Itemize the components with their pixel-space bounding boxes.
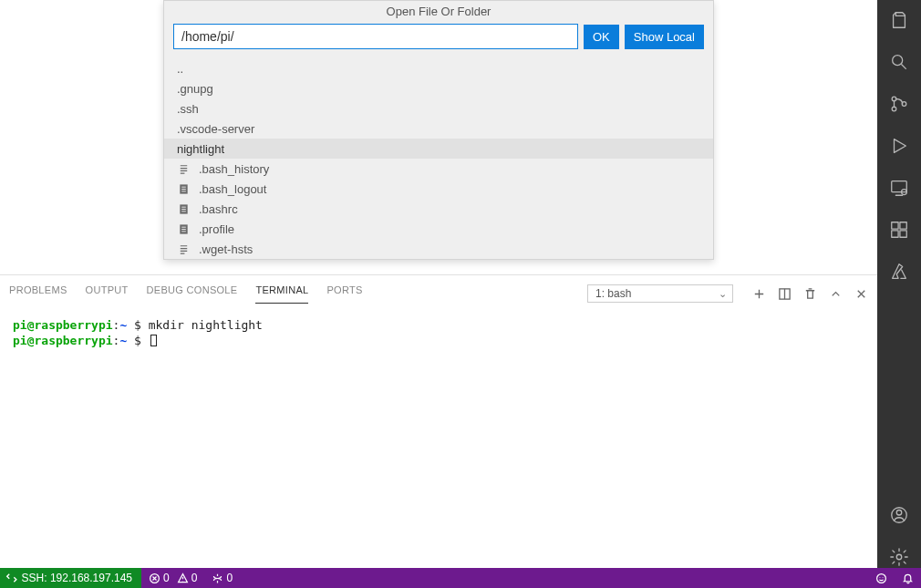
svg-point-16 — [896, 554, 902, 560]
status-bar: SSH: 192.168.197.145 0 0 0 — [0, 568, 921, 588]
terminal-selector-label: 1: bash — [595, 287, 631, 300]
list-item-folder[interactable]: .. — [164, 58, 713, 78]
file-icon — [177, 203, 190, 215]
svg-rect-12 — [892, 231, 898, 237]
svg-rect-10 — [892, 222, 898, 229]
tab-problems[interactable]: PROBLEMS — [9, 284, 67, 304]
remote-status[interactable]: SSH: 192.168.197.145 — [0, 568, 141, 588]
list-item-folder[interactable]: nightlight — [164, 139, 713, 159]
tab-ports[interactable]: PORTS — [326, 284, 362, 304]
file-icon — [177, 243, 190, 255]
file-icon — [177, 223, 190, 235]
kill-terminal-button[interactable] — [802, 286, 817, 301]
terminal-output[interactable]: pi@raspberrypi:~ $ mkdir nightlightpi@ra… — [0, 306, 877, 568]
search-icon[interactable] — [888, 51, 910, 73]
dialog-title: Open File Or Folder — [164, 1, 713, 24]
accounts-icon[interactable] — [888, 504, 910, 526]
svg-rect-13 — [900, 231, 906, 237]
close-panel-button[interactable] — [854, 286, 868, 301]
file-icon — [177, 183, 190, 195]
list-item-file[interactable]: .bash_logout — [164, 179, 713, 199]
svg-rect-8 — [892, 181, 907, 192]
status-feedback-icon[interactable] — [868, 568, 895, 588]
terminal-selector[interactable]: 1: bash ⌄ — [587, 284, 733, 303]
status-warnings[interactable]: 0 — [177, 568, 205, 588]
list-item-folder[interactable]: .gnupg — [164, 78, 713, 98]
status-ports[interactable]: 0 — [204, 568, 240, 588]
list-item-folder[interactable]: .vscode-server — [164, 119, 713, 139]
explorer-icon[interactable] — [888, 9, 910, 31]
azure-icon[interactable] — [888, 261, 910, 283]
maximize-panel-button[interactable] — [828, 286, 843, 301]
open-file-dialog: Open File Or Folder OK Show Local ...gnu… — [163, 0, 714, 260]
show-local-button[interactable]: Show Local — [625, 25, 704, 49]
ok-button[interactable]: OK — [584, 25, 619, 49]
svg-point-18 — [877, 573, 886, 583]
split-terminal-button[interactable] — [777, 286, 792, 301]
source-control-icon[interactable] — [888, 93, 910, 115]
new-terminal-button[interactable] — [751, 286, 766, 301]
svg-point-4 — [893, 56, 903, 66]
svg-rect-11 — [900, 222, 906, 229]
list-item-folder[interactable]: .ssh — [164, 98, 713, 119]
tab-debug-console[interactable]: DEBUG CONSOLE — [147, 284, 238, 304]
file-list: ...gnupg.ssh.vscode-servernightlight.bas… — [164, 58, 713, 259]
run-debug-icon[interactable] — [888, 135, 910, 157]
status-errors[interactable]: 0 — [141, 568, 177, 588]
list-item-file[interactable]: .bash_history — [164, 159, 713, 179]
status-bell-icon[interactable] — [895, 568, 921, 588]
extensions-icon[interactable] — [888, 219, 910, 241]
bottom-panel: PROBLEMS OUTPUT DEBUG CONSOLE TERMINAL P… — [0, 274, 877, 568]
list-item-file[interactable]: .wget-hsts — [164, 239, 713, 259]
svg-point-15 — [896, 511, 902, 516]
activity-bar — [877, 0, 921, 568]
terminal-cursor — [150, 335, 157, 346]
list-item-file[interactable]: .bashrc — [164, 199, 713, 219]
chevron-down-icon: ⌄ — [719, 288, 727, 300]
remote-status-label: SSH: 192.168.197.145 — [22, 572, 132, 584]
remote-explorer-icon[interactable] — [888, 177, 910, 199]
tab-output[interactable]: OUTPUT — [86, 284, 129, 304]
path-input[interactable] — [173, 24, 578, 49]
list-item-file[interactable]: .profile — [164, 219, 713, 239]
file-icon — [177, 163, 190, 175]
settings-gear-icon[interactable] — [888, 546, 910, 568]
tab-terminal[interactable]: TERMINAL — [255, 284, 308, 304]
